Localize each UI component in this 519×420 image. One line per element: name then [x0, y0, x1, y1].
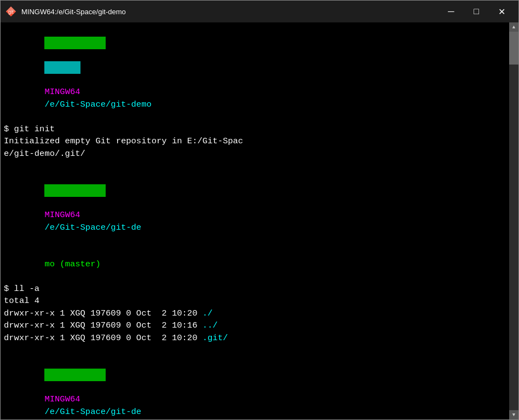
scroll-down-arrow[interactable]: ▼ [509, 410, 518, 419]
prompt-path-1: /e/Git-Space/git-demo [44, 100, 151, 109]
close-button[interactable]: ✕ [489, 1, 514, 22]
terminal-output[interactable]: MINGW64 /e/Git-Space/git-demo $ git init… [1, 22, 509, 419]
prompt-sep [44, 75, 49, 85]
output-init-2: e/git-demo/.git/ [4, 148, 506, 160]
prompt-mingw: MINGW64 [44, 87, 85, 97]
scroll-track[interactable] [509, 32, 518, 410]
scroll-up-arrow[interactable]: ▲ [509, 22, 518, 32]
output-total: total 4 [4, 295, 506, 307]
titlebar: git MINGW64:/e/Git-Space/git-demo ─ □ ✕ [1, 1, 518, 22]
prompt-path-3: /e/Git-Space/git-de [44, 407, 141, 417]
username-redacted-3 [44, 369, 106, 381]
output-init-1: Initialized empty Git repository in E:/G… [4, 135, 506, 147]
output-dir-parent: drwxr-xr-x 1 XGQ 197609 0 Oct 2 10:16 ..… [4, 319, 506, 331]
prompt-line-3: MINGW64 /e/Git-Space/git-de [4, 357, 506, 419]
prompt-line-1: MINGW64 /e/Git-Space/git-demo [4, 25, 506, 123]
branch-label-2: mo (master) [44, 259, 100, 269]
scrollbar[interactable]: ▲ ▼ [509, 22, 518, 419]
prompt-path-2: /e/Git-Space/git-de [44, 223, 141, 232]
prompt-line-2: MINGW64 /e/Git-Space/git-de [4, 172, 506, 246]
username-redacted [44, 37, 106, 49]
svg-text:git: git [8, 9, 14, 15]
window-title: MINGW64:/e/Git-Space/git-demo [21, 8, 439, 16]
app-icon: git [5, 5, 17, 18]
command-ll: $ ll -a [4, 283, 506, 295]
hostname-redacted [44, 61, 80, 73]
window-controls: ─ □ ✕ [439, 1, 514, 22]
scroll-thumb[interactable] [509, 32, 518, 65]
prompt-mingw-2: MINGW64 [44, 210, 85, 220]
username-redacted-2 [44, 184, 106, 196]
output-dir-current: drwxr-xr-x 1 XGQ 197609 0 Oct 2 10:20 ./ [4, 307, 506, 319]
terminal-body[interactable]: MINGW64 /e/Git-Space/git-demo $ git init… [1, 22, 518, 419]
prompt-mingw-3: MINGW64 [44, 394, 85, 404]
prompt-branch-2: mo (master) [4, 246, 506, 282]
terminal-window: git MINGW64:/e/Git-Space/git-demo ─ □ ✕ … [0, 0, 519, 420]
prompt-sep-2 [44, 198, 49, 208]
output-dir-git: drwxr-xr-x 1 XGQ 197609 0 Oct 2 10:20 .g… [4, 332, 506, 344]
prompt-sep-3 [44, 382, 49, 392]
blank-2 [4, 344, 506, 356]
maximize-button[interactable]: □ [464, 1, 489, 22]
blank-1 [4, 160, 506, 172]
minimize-button[interactable]: ─ [439, 1, 464, 22]
command-git-init: $ git init [4, 123, 506, 135]
